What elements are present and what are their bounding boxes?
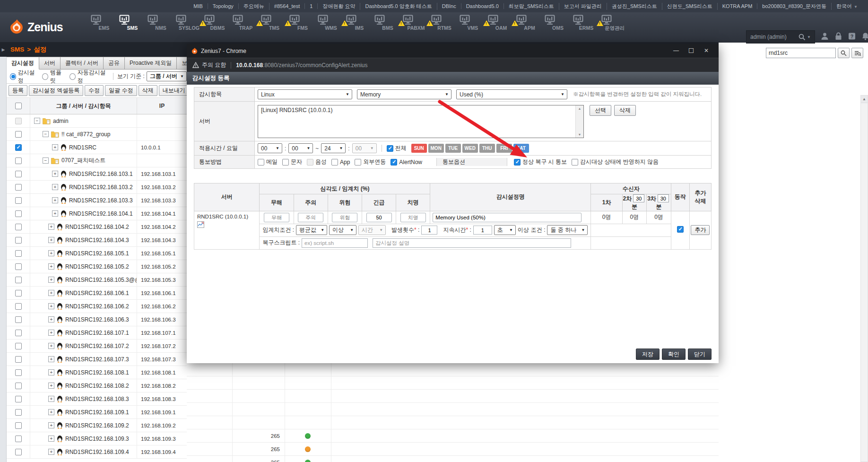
tree-label[interactable]: RND1SRC192.168.108.1 [65, 369, 129, 376]
row-checkbox[interactable] [15, 118, 22, 124]
tree-toggle-icon[interactable]: + [52, 171, 58, 177]
advanced-search-button[interactable] [851, 48, 863, 58]
user-icon[interactable] [821, 32, 829, 40]
day-chip[interactable]: TUE [445, 144, 461, 153]
nav-module-item[interactable]: APM [515, 15, 544, 32]
tree-label[interactable]: !! cat_#8772_group [61, 131, 110, 138]
notify-checkbox[interactable] [355, 159, 361, 166]
tree-toggle-icon[interactable]: + [52, 210, 58, 217]
top-menu-item[interactable]: 권성진_SMS리스트 [607, 3, 662, 10]
server-select-button[interactable]: 선택 [590, 105, 611, 116]
view-mode-radio[interactable]: 템플릿 [42, 69, 65, 85]
end-hour-select[interactable]: 24▼ [321, 143, 346, 153]
lock-icon[interactable] [835, 32, 842, 40]
comparison-select[interactable]: 이상▼ [329, 225, 356, 235]
tree-label[interactable]: RND1SRC192.168.103.1 [69, 171, 133, 177]
caution-input[interactable] [298, 213, 323, 222]
help-icon[interactable]: ? [848, 32, 856, 40]
maximize-button[interactable]: ☐ [684, 44, 699, 58]
add-button[interactable]: 추가 [691, 225, 710, 235]
row-checkbox[interactable] [15, 343, 22, 349]
scroll-down-icon[interactable]: ▼ [578, 133, 582, 136]
aggregation-select[interactable]: 평균값▼ [296, 225, 327, 235]
radio-icon[interactable] [10, 73, 16, 80]
popup-url-bar[interactable]: 주의 요함 10.0.0.168 :8080/zenius7/commonCon… [187, 58, 719, 72]
toolbar-button[interactable]: 일괄 수정 [105, 85, 137, 96]
recv-3rd-minutes-input[interactable] [658, 194, 669, 202]
nav-module-item[interactable]: RTMS [430, 15, 459, 32]
row-checkbox[interactable] [15, 131, 22, 138]
panel-collapse-icon[interactable]: ▶ [0, 47, 7, 52]
row-checkbox[interactable] [15, 210, 22, 217]
tree-label[interactable]: RND1SRC [69, 144, 96, 151]
row-checkbox[interactable] [15, 409, 22, 416]
tree-toggle-icon[interactable]: + [48, 237, 54, 243]
row-checkbox[interactable] [15, 197, 22, 204]
close-button[interactable]: ✕ [699, 44, 714, 58]
tree-label[interactable]: RND1SRC192.168.104.3 [65, 237, 129, 244]
notify-label[interactable]: App [340, 159, 350, 166]
view-mode-radio[interactable]: 자동감시설정 [69, 69, 108, 85]
start-min-select[interactable]: 00▼ [288, 143, 313, 153]
save-button[interactable]: 저장 [636, 349, 660, 360]
tree-toggle-icon[interactable]: + [48, 330, 54, 336]
select-all-checkbox[interactable] [15, 103, 22, 109]
notify-checkbox[interactable] [258, 159, 264, 166]
duration-unit-select[interactable]: 초▼ [494, 225, 516, 235]
chart-popup-icon[interactable] [197, 221, 256, 228]
row-checkbox[interactable] [15, 157, 22, 164]
notify-option-label[interactable]: 감시대상 상태에 반영하지 않음 [580, 158, 659, 166]
notify-label[interactable]: 메일 [266, 158, 278, 166]
tree-toggle-icon[interactable]: + [48, 449, 54, 455]
top-menu-item[interactable]: 최보람_SMS리스트 [504, 3, 559, 10]
tree-label[interactable]: RND1SRC192.168.109.2 [65, 422, 129, 429]
setting-name-input[interactable] [433, 213, 582, 222]
radio-icon[interactable] [42, 73, 48, 80]
condition-select[interactable]: 둘 중 하나▼ [547, 225, 588, 235]
tree-toggle-icon[interactable]: + [48, 409, 54, 415]
nav-module-item[interactable]: DBMS [203, 15, 232, 32]
top-menu-item[interactable]: Topology [208, 3, 239, 9]
setting-desc-input[interactable] [373, 238, 571, 248]
nav-module-item[interactable]: NMS [147, 15, 175, 32]
recv-2nd-minutes-input[interactable] [633, 194, 644, 202]
tree-label[interactable]: RND1SRC192.168.106.1 [65, 290, 129, 296]
notify-label[interactable]: 문자 [291, 158, 302, 166]
tab-item[interactable]: 감시설정 [7, 57, 39, 70]
tree-toggle-icon[interactable]: + [48, 356, 54, 362]
row-checkbox[interactable] [15, 396, 22, 402]
tree-label[interactable]: RND1SRC192.168.106.2 [65, 303, 129, 310]
tree-label[interactable]: 0707_패치테스트 [61, 157, 105, 165]
tab-item[interactable]: 공유 [104, 57, 125, 70]
tree-toggle-icon[interactable]: + [48, 277, 54, 283]
top-menu-item[interactable]: Dashboard5.0 [461, 3, 504, 9]
scroll-up-icon[interactable]: ▲ [578, 107, 582, 110]
notify-option-label[interactable]: 정상 복구 시 통보 [522, 158, 567, 166]
tree-toggle-icon[interactable]: + [48, 343, 54, 349]
bell-icon[interactable] [862, 32, 868, 40]
notify-label[interactable]: AlertNow [399, 159, 422, 166]
tree-toggle-icon[interactable]: + [48, 224, 54, 230]
search-button[interactable] [838, 48, 850, 58]
user-search-box[interactable]: admin (admin) ▼ [746, 30, 815, 44]
tree-toggle-icon[interactable]: + [52, 144, 58, 150]
zenius-logo[interactable]: Zenius [9, 19, 63, 35]
nav-module-item[interactable]: 운영관리 [600, 15, 629, 32]
tree-toggle-icon[interactable]: + [48, 369, 54, 375]
top-menu-item[interactable]: 신현도_SMS리스트 [662, 3, 718, 10]
toolbar-button[interactable]: 감시설정 엑셀등록 [29, 85, 83, 96]
top-menu-item[interactable]: MIB [189, 3, 208, 9]
nav-module-item[interactable]: TMS [260, 15, 288, 32]
toolbar-button[interactable]: 등록 [9, 85, 27, 96]
tree-toggle-icon[interactable]: − [43, 157, 49, 164]
notify-checkbox[interactable] [307, 159, 313, 166]
all-days-label[interactable]: 전체 [395, 144, 407, 152]
tree-label[interactable]: RND1SRC192.168.105.2 [65, 263, 129, 270]
tree-label[interactable]: RND1SRC192.168.107.1 [65, 330, 129, 336]
nav-module-item[interactable]: SMS [118, 15, 147, 32]
urgent-input[interactable] [366, 213, 392, 222]
panel-splitter[interactable] [0, 57, 7, 462]
harmless-input[interactable] [264, 213, 289, 222]
top-menu-item[interactable]: #8564_test [269, 3, 305, 9]
danger-input[interactable] [332, 213, 357, 222]
